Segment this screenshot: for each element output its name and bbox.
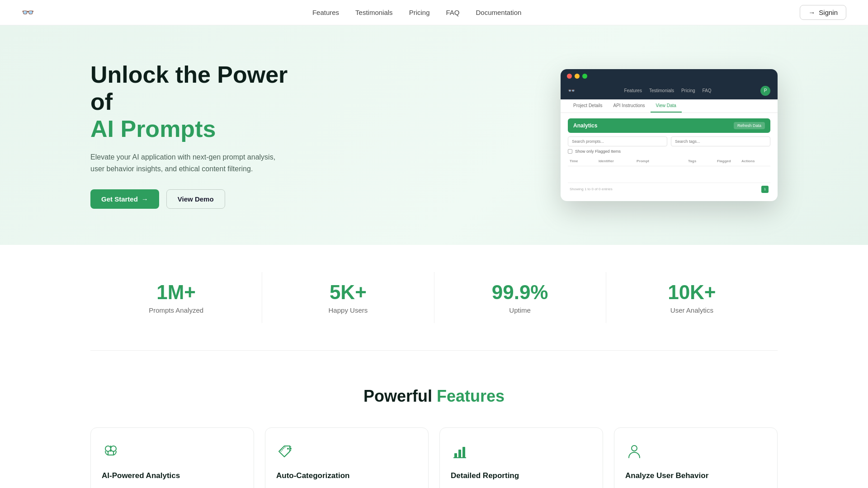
app-screenshot: 👓 Features Testimonials Pricing FAQ P Pr…	[561, 69, 778, 201]
app-analytics-header: Analytics Refresh Data	[568, 118, 770, 133]
stat-number-prompts: 1M+	[99, 281, 253, 304]
app-flagged-checkbox[interactable]	[568, 149, 572, 154]
svg-rect-5	[458, 450, 461, 458]
svg-rect-4	[454, 453, 457, 458]
brain-icon	[102, 442, 243, 462]
stat-number-analytics: 10K+	[615, 281, 769, 304]
stat-user-analytics: 10K+ User Analytics	[606, 272, 778, 323]
stat-label-users: Happy Users	[271, 306, 425, 314]
stat-label-prompts: Prompts Analyzed	[99, 306, 253, 314]
features-title: Powerful Features	[90, 387, 778, 406]
nav-testimonials[interactable]: Testimonials	[355, 9, 393, 16]
signin-button[interactable]: → Signin	[800, 5, 846, 20]
app-nav-logo: 👓	[568, 87, 575, 94]
navbar: 👓 Features Testimonials Pricing FAQ Docu…	[0, 0, 868, 25]
svg-point-8	[632, 446, 637, 451]
hero-right: 👓 Features Testimonials Pricing FAQ P Pr…	[561, 69, 778, 201]
app-avatar: P	[760, 86, 770, 96]
app-col-prompt: Prompt	[637, 159, 686, 163]
app-tab-api-instructions[interactable]: API Instructions	[608, 99, 650, 113]
app-nav-pricing[interactable]: Pricing	[681, 88, 695, 93]
app-refresh-button[interactable]: Refresh Data	[734, 122, 765, 129]
stat-number-uptime: 99.9%	[443, 281, 597, 304]
app-tab-view-data[interactable]: View Data	[651, 99, 682, 113]
hero-buttons: Get Started → View Demo	[90, 189, 307, 209]
hero-left: Unlock the Power of AI Prompts Elevate y…	[90, 61, 307, 209]
app-nav-faq[interactable]: FAQ	[703, 88, 712, 93]
app-content: Analytics Refresh Data Show only Flagged…	[561, 113, 778, 201]
features-grid: AI-Powered Analytics Auto-Categorization	[90, 427, 778, 488]
app-table-footer: Showing 1 to 0 of 0 entries 1	[568, 183, 770, 196]
stat-prompts-analyzed: 1M+ Prompts Analyzed	[90, 272, 262, 323]
feature-card-analyze-user-behavior: Analyze User Behavior	[614, 427, 778, 488]
stat-happy-users: 5K+ Happy Users	[262, 272, 434, 323]
app-pagination: 1	[761, 186, 769, 193]
stat-uptime: 99.9% Uptime	[434, 272, 606, 323]
maximize-button-dot	[582, 74, 587, 79]
view-demo-button[interactable]: View Demo	[166, 189, 225, 209]
feature-card-detailed-reporting: Detailed Reporting	[439, 427, 603, 488]
hero-description: Elevate your AI application with next-ge…	[90, 151, 280, 174]
arrow-icon: →	[142, 195, 148, 203]
app-search-tags[interactable]	[671, 136, 770, 146]
svg-point-3	[290, 448, 292, 450]
app-tabs: Project Details API Instructions View Da…	[561, 99, 778, 113]
stat-label-uptime: Uptime	[443, 306, 597, 314]
app-col-identifier: Identifier	[599, 159, 635, 163]
stat-label-analytics: User Analytics	[615, 306, 769, 314]
app-col-actions: Actions	[741, 159, 769, 163]
app-checkbox-row: Show only Flagged Items	[568, 149, 770, 154]
signin-icon: →	[808, 9, 815, 16]
feature-card-auto-categorization: Auto-Categorization	[265, 427, 429, 488]
svg-point-2	[287, 448, 289, 450]
app-col-time: Time	[570, 159, 597, 163]
traffic-lights	[567, 74, 587, 79]
app-nav-links: Features Testimonials Pricing FAQ	[624, 88, 711, 93]
app-page-1[interactable]: 1	[761, 186, 769, 193]
app-col-flagged: Flagged	[717, 159, 740, 163]
feature-card-ai-analytics: AI-Powered Analytics	[90, 427, 254, 488]
app-col-tags: Tags	[688, 159, 715, 163]
nav-documentation[interactable]: Documentation	[476, 9, 522, 16]
app-titlebar	[561, 69, 778, 83]
feature-name-analyze-user-behavior: Analyze User Behavior	[625, 471, 766, 480]
app-tab-project-details[interactable]: Project Details	[568, 99, 608, 113]
nav-pricing[interactable]: Pricing	[409, 9, 430, 16]
svg-point-1	[111, 446, 116, 451]
app-nav-testimonials[interactable]: Testimonials	[649, 88, 674, 93]
app-search-prompts[interactable]	[568, 136, 667, 146]
nav-faq[interactable]: FAQ	[446, 9, 459, 16]
stats-section: 1M+ Prompts Analyzed 5K+ Happy Users 99.…	[0, 245, 868, 350]
nav-features[interactable]: Features	[312, 9, 339, 16]
chart-icon	[451, 442, 592, 462]
logo-icon: 👓	[22, 7, 34, 19]
feature-name-detailed-reporting: Detailed Reporting	[451, 471, 592, 480]
features-section: Powerful Features AI-Powered Analytics	[0, 351, 868, 488]
app-nav-bar: 👓 Features Testimonials Pricing FAQ P	[561, 83, 778, 99]
feature-name-ai-analytics: AI-Powered Analytics	[102, 471, 243, 480]
nav-links: Features Testimonials Pricing FAQ Docume…	[312, 9, 522, 16]
close-button-dot	[567, 74, 572, 79]
get-started-button[interactable]: Get Started →	[90, 189, 159, 209]
app-search-row	[568, 136, 770, 146]
hero-title: Unlock the Power of AI Prompts	[90, 61, 307, 142]
app-checkbox-label: Show only Flagged Items	[575, 149, 621, 154]
app-table-header: Time Identifier Prompt Tags Flagged Acti…	[568, 156, 770, 166]
svg-rect-6	[462, 447, 465, 458]
stat-number-users: 5K+	[271, 281, 425, 304]
feature-name-auto-categorization: Auto-Categorization	[276, 471, 417, 480]
user-analyze-icon	[625, 442, 766, 462]
app-table-empty	[568, 166, 770, 181]
app-footer-text: Showing 1 to 0 of 0 entries	[570, 187, 613, 191]
app-nav-features[interactable]: Features	[624, 88, 642, 93]
svg-point-0	[105, 446, 111, 451]
hero-section: Unlock the Power of AI Prompts Elevate y…	[0, 25, 868, 245]
minimize-button-dot	[575, 74, 580, 79]
logo: 👓	[22, 7, 34, 19]
tags-icon	[276, 442, 417, 462]
